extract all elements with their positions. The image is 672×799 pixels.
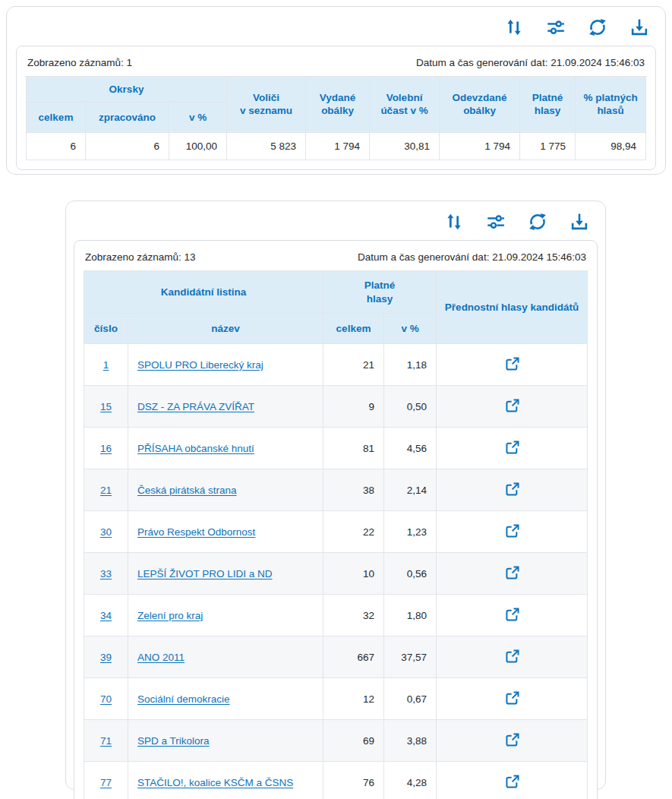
party-panel: Zobrazeno záznamů: 13 Datum a čas genero… [74,240,598,799]
party-number-link[interactable]: 30 [100,526,112,538]
odevzdane-obalky-value: 1 794 [440,133,520,160]
party-votes-pct: 4,28 [384,762,437,799]
column-header-odevzdane-obalky: Odevzdané obálky [440,77,520,133]
refresh-icon [587,17,608,38]
party-results-table: Kandidátní listina Platné hlasy Přednost… [84,270,588,799]
party-name-link[interactable]: SPOLU PRO Liberecký kraj [137,359,263,371]
preferential-votes-link[interactable] [501,729,523,751]
party-votes-total: 12 [323,678,384,720]
external-link-icon [503,396,522,415]
preferential-votes-link[interactable] [501,771,523,793]
party-name-link[interactable]: PŘÍSAHA občanské hnutí [137,443,254,454]
table-row: 34 Zelení pro kraj 32 1,80 [84,595,588,636]
party-number-link[interactable]: 1 [103,359,109,371]
refresh-button[interactable] [527,211,548,232]
party-name-link[interactable]: SPD a Trikolora [137,735,210,747]
column-header-volici-v-seznamu: Voliči v seznamu [227,77,306,133]
column-header-platne-hlasy: Platné hlasy [323,271,437,314]
preferential-votes-link[interactable] [501,562,523,584]
column-header-kandidatni-listina: Kandidátní listina [84,271,323,314]
party-votes-pct: 1,23 [384,511,437,553]
preferential-votes-link[interactable] [501,520,523,542]
column-header-celkem: celkem [27,103,86,133]
party-votes-pct: 2,14 [384,469,437,511]
column-header-prednostni-hlasy: Přednostní hlasy kandidátů [437,271,588,344]
pct-platnych-hlasu-value: 98,94 [576,133,646,160]
filter-button[interactable] [545,17,566,38]
filter-button[interactable] [485,211,506,232]
external-link-icon [503,605,522,624]
column-header-nazev: název [128,314,323,344]
party-name-link[interactable]: LEPŠÍ ŽIVOT PRO LIDI a ND [137,568,273,580]
party-name-link[interactable]: Zelení pro kraj [137,610,203,621]
table-row: 77 STAČILO!, koalice KSČM a ČSNS 76 4,28 [84,762,588,799]
party-votes-total: 22 [323,511,384,553]
sort-button[interactable] [503,17,525,38]
party-number-link[interactable]: 71 [100,735,112,747]
party-name-link[interactable]: ANO 2011 [137,652,185,663]
preferential-votes-link[interactable] [501,687,523,709]
platne-hlasy-value: 1 775 [520,133,576,160]
party-votes-pct: 0,50 [384,386,437,428]
column-header-platne-hlasy: Platné hlasy [520,77,576,133]
external-link-icon [503,564,522,583]
okrsky-celkem-value: 6 [27,133,86,160]
party-number-link[interactable]: 15 [100,401,112,412]
column-header-celkem: celkem [323,314,384,344]
party-number-link[interactable]: 34 [100,610,112,621]
party-votes-pct: 0,67 [384,678,437,720]
party-name-link[interactable]: Sociální demokracie [137,693,230,705]
table-row: 21 Česká pirátská strana 38 2,14 [84,469,588,511]
party-number-link[interactable]: 77 [100,777,112,788]
table-row: 6 6 100,00 5 823 1 794 30,81 1 794 1 775… [27,133,646,160]
party-votes-total: 76 [323,762,384,799]
preferential-votes-link[interactable] [501,353,523,375]
column-header-volebni-ucast: Volební účast v % [370,77,440,133]
download-button[interactable] [569,211,590,232]
okrsky-zpracovano-value: 6 [86,133,169,160]
party-number-link[interactable]: 16 [100,443,112,454]
sort-button[interactable] [443,211,465,232]
party-votes-pct: 4,56 [384,428,437,469]
external-link-icon [503,772,522,791]
volici-v-seznamu-value: 5 823 [227,133,306,160]
preferential-votes-link[interactable] [501,646,523,668]
party-number-link[interactable]: 39 [100,652,112,663]
column-header-v-pct: v % [169,103,227,133]
generated-datetime-label: Datum a čas generování dat: 21.09.2024 1… [416,57,645,68]
download-button[interactable] [629,17,650,38]
party-table-body: 1 SPOLU PRO Liberecký kraj 21 1,18 15 DS… [84,344,588,799]
party-name-link[interactable]: STAČILO!, koalice KSČM a ČSNS [137,777,293,788]
party-votes-total: 10 [323,553,384,595]
preferential-votes-link[interactable] [501,478,523,501]
preferential-votes-link[interactable] [501,437,523,459]
page: Zobrazeno záznamů: 1 Datum a čas generov… [0,0,672,799]
party-votes-total: 21 [323,344,384,386]
party-name-link[interactable]: Česká pirátská strana [137,485,237,496]
party-number-link[interactable]: 33 [100,568,112,580]
party-votes-total: 667 [323,636,384,678]
party-name-link[interactable]: DSZ - ZA PRÁVA ZVÍŘAT [137,401,254,412]
preferential-votes-link[interactable] [501,604,523,626]
refresh-button[interactable] [587,17,608,38]
party-number-link[interactable]: 21 [100,485,112,496]
okrsky-v-pct-value: 100,00 [169,133,227,160]
district-summary-table: Okrsky Voliči v seznamu Vydané obálky Vo… [26,76,646,160]
records-count-label: Zobrazeno záznamů: 13 [85,251,196,263]
volebni-ucast-value: 30,81 [370,133,440,160]
table-row: 39 ANO 2011 667 37,57 [84,636,588,678]
party-votes-pct: 1,80 [384,595,437,636]
preferential-votes-link[interactable] [501,395,523,417]
column-header-okrsky: Okrsky [27,77,227,103]
vydane-obalky-value: 1 794 [306,133,370,160]
party-votes-total: 32 [323,595,384,636]
party-results-card: Zobrazeno záznamů: 13 Datum a čas genero… [65,201,606,790]
party-votes-total: 9 [323,386,384,428]
party-votes-total: 69 [323,720,384,762]
column-header-zpracovano: zpracováno [86,103,169,133]
party-number-link[interactable]: 70 [100,693,112,705]
party-name-link[interactable]: Právo Respekt Odbornost [137,526,255,538]
table-row: 30 Právo Respekt Odbornost 22 1,23 [84,511,588,553]
generated-datetime-label: Datum a čas generování dat: 21.09.2024 1… [358,251,586,263]
records-count-label: Zobrazeno záznamů: 1 [27,57,132,68]
